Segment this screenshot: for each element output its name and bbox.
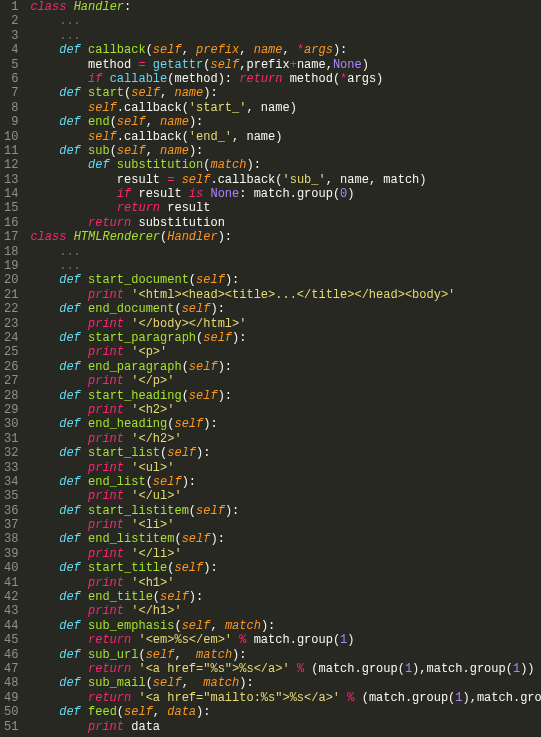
code-line[interactable]: def start_title(self): <box>30 561 541 575</box>
code-line[interactable]: def feed(self, data): <box>30 705 541 719</box>
line-number: 41 <box>4 576 18 590</box>
code-line[interactable]: print '</body></html>' <box>30 317 541 331</box>
code-line[interactable]: def start_document(self): <box>30 273 541 287</box>
code-line[interactable]: print '</p>' <box>30 374 541 388</box>
code-line[interactable]: print data <box>30 720 541 734</box>
line-number: 32 <box>4 446 18 460</box>
line-number: 15 <box>4 201 18 215</box>
line-number: 43 <box>4 604 18 618</box>
code-line[interactable]: def callback(self, prefix, name, *args): <box>30 43 541 57</box>
line-number: 47 <box>4 662 18 676</box>
line-number-gutter: 1234567891011121314151617181920212223242… <box>0 0 26 734</box>
line-number: 44 <box>4 619 18 633</box>
code-line[interactable]: return '<em>%s</em>' % match.group(1) <box>30 633 541 647</box>
code-line[interactable]: class Handler: <box>30 0 541 14</box>
code-line[interactable]: def substitution(match): <box>30 158 541 172</box>
code-line[interactable]: def end_heading(self): <box>30 417 541 431</box>
line-number: 21 <box>4 288 18 302</box>
code-line[interactable]: print '<h2>' <box>30 403 541 417</box>
code-line[interactable]: def start_paragraph(self): <box>30 331 541 345</box>
code-line[interactable]: def end_listitem(self): <box>30 532 541 546</box>
code-line[interactable]: ... <box>30 29 541 43</box>
code-line[interactable]: ... <box>30 245 541 259</box>
code-line[interactable]: def start_list(self): <box>30 446 541 460</box>
code-line[interactable]: return result <box>30 201 541 215</box>
code-line[interactable]: return '<a href="mailto:%s">%s</a>' % (m… <box>30 691 541 705</box>
code-editor[interactable]: 1234567891011121314151617181920212223242… <box>0 0 541 734</box>
line-number: 49 <box>4 691 18 705</box>
line-number: 23 <box>4 317 18 331</box>
code-line[interactable]: def end(self, name): <box>30 115 541 129</box>
code-line[interactable]: if result is None: match.group(0) <box>30 187 541 201</box>
line-number: 50 <box>4 705 18 719</box>
code-line[interactable]: print '</li>' <box>30 547 541 561</box>
code-line[interactable]: print '<p>' <box>30 345 541 359</box>
code-line[interactable]: def sub_url(self, match): <box>30 648 541 662</box>
line-number: 39 <box>4 547 18 561</box>
code-line[interactable]: return '<a href="%s">%s</a>' % (match.gr… <box>30 662 541 676</box>
line-number: 11 <box>4 144 18 158</box>
line-number: 31 <box>4 432 18 446</box>
line-number: 38 <box>4 532 18 546</box>
line-number: 51 <box>4 720 18 734</box>
code-line[interactable]: def sub_emphasis(self, match): <box>30 619 541 633</box>
code-line[interactable]: def start_listitem(self): <box>30 504 541 518</box>
code-line[interactable]: class HTMLRenderer(Handler): <box>30 230 541 244</box>
line-number: 1 <box>4 0 18 14</box>
line-number: 42 <box>4 590 18 604</box>
line-number: 8 <box>4 101 18 115</box>
line-number: 33 <box>4 461 18 475</box>
code-line[interactable]: print '<h1>' <box>30 576 541 590</box>
code-line[interactable]: method = getattr(self,prefix+name,None) <box>30 58 541 72</box>
code-line[interactable]: self.callback('end_', name) <box>30 130 541 144</box>
code-line[interactable]: print '</h1>' <box>30 604 541 618</box>
line-number: 25 <box>4 345 18 359</box>
line-number: 40 <box>4 561 18 575</box>
code-line[interactable]: print '</ul>' <box>30 489 541 503</box>
line-number: 5 <box>4 58 18 72</box>
line-number: 20 <box>4 273 18 287</box>
line-number: 22 <box>4 302 18 316</box>
line-number: 36 <box>4 504 18 518</box>
line-number: 24 <box>4 331 18 345</box>
line-number: 14 <box>4 187 18 201</box>
line-number: 27 <box>4 374 18 388</box>
line-number: 13 <box>4 173 18 187</box>
code-area[interactable]: class Handler: ... ... def callback(self… <box>26 0 541 734</box>
code-line[interactable]: print '<ul>' <box>30 461 541 475</box>
code-line[interactable]: def end_title(self): <box>30 590 541 604</box>
line-number: 2 <box>4 14 18 28</box>
code-line[interactable]: def end_document(self): <box>30 302 541 316</box>
line-number: 48 <box>4 676 18 690</box>
code-line[interactable]: def start(self, name): <box>30 86 541 100</box>
code-line[interactable]: def start_heading(self): <box>30 389 541 403</box>
line-number: 37 <box>4 518 18 532</box>
line-number: 26 <box>4 360 18 374</box>
code-line[interactable]: ... <box>30 259 541 273</box>
code-line[interactable]: return substitution <box>30 216 541 230</box>
line-number: 12 <box>4 158 18 172</box>
code-line[interactable]: print '<html><head><title>...</title></h… <box>30 288 541 302</box>
code-line[interactable]: print '</h2>' <box>30 432 541 446</box>
line-number: 4 <box>4 43 18 57</box>
line-number: 6 <box>4 72 18 86</box>
line-number: 10 <box>4 130 18 144</box>
code-line[interactable]: def end_paragraph(self): <box>30 360 541 374</box>
code-line[interactable]: result = self.callback('sub_', name, mat… <box>30 173 541 187</box>
line-number: 34 <box>4 475 18 489</box>
code-line[interactable]: print '<li>' <box>30 518 541 532</box>
line-number: 9 <box>4 115 18 129</box>
line-number: 30 <box>4 417 18 431</box>
line-number: 17 <box>4 230 18 244</box>
code-line[interactable]: self.callback('start_', name) <box>30 101 541 115</box>
code-line[interactable]: def sub_mail(self, match): <box>30 676 541 690</box>
code-line[interactable]: if callable(method): return method(*args… <box>30 72 541 86</box>
line-number: 35 <box>4 489 18 503</box>
code-line[interactable]: def sub(self, name): <box>30 144 541 158</box>
line-number: 18 <box>4 245 18 259</box>
line-number: 7 <box>4 86 18 100</box>
code-line[interactable]: ... <box>30 14 541 28</box>
line-number: 29 <box>4 403 18 417</box>
code-line[interactable]: def end_list(self): <box>30 475 541 489</box>
line-number: 16 <box>4 216 18 230</box>
